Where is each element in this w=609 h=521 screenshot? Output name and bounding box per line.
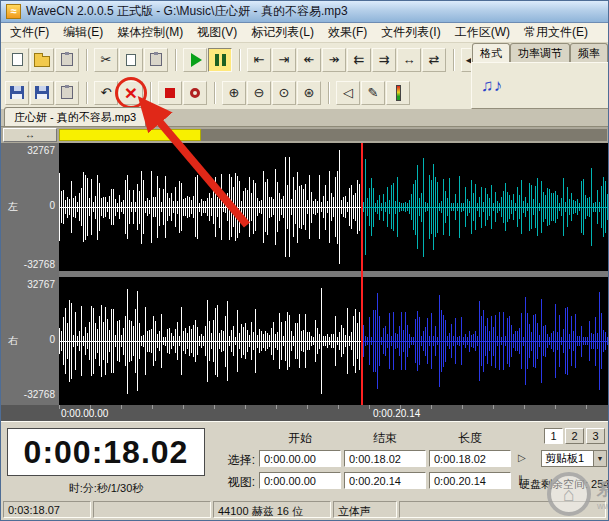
- edit-tool-icon: ✎: [368, 86, 379, 99]
- step-forward-button[interactable]: ↠: [322, 48, 346, 72]
- reopen-file-icon: [61, 53, 73, 66]
- chevron-down-icon[interactable]: ▼: [593, 451, 606, 466]
- format-panel-tabs: 格式功率调节频率: [471, 43, 609, 62]
- pause-icon: [215, 54, 226, 66]
- swap-view-icon: ⇄: [429, 53, 440, 66]
- preset-button-1[interactable]: 1: [544, 428, 563, 444]
- panel-tab-power[interactable]: 功率调节: [510, 43, 570, 62]
- scale-max-left: 32767: [27, 145, 55, 156]
- paste-to-new-button[interactable]: [55, 81, 79, 105]
- file-tab-bar: 庄心妍 - 真的不容易.mp3: [1, 109, 608, 127]
- monitor-volume-button[interactable]: ◀): [461, 48, 471, 72]
- toolbar-separator: [328, 82, 330, 104]
- clipboard-selector[interactable]: 剪贴板1 ▼: [541, 450, 607, 467]
- time-format-label[interactable]: 时:分:秒/1/30秒: [7, 481, 205, 496]
- app-icon: ≈: [6, 4, 21, 19]
- play-icon: [191, 53, 202, 67]
- panel-tab-frequency[interactable]: 频率: [570, 43, 608, 62]
- scale-zero-right: 0: [49, 334, 55, 345]
- status-info: [93, 501, 211, 518]
- preset-button-2[interactable]: 2: [565, 428, 584, 444]
- scale-min-right: -32768: [24, 389, 55, 400]
- menu-item-media-control[interactable]: 媒体控制(M): [110, 22, 190, 43]
- ruler-label-0: 0:00.00.00: [61, 408, 108, 419]
- menu-item-file-list[interactable]: 文件列表(I): [374, 22, 447, 43]
- pause-button[interactable]: [208, 48, 232, 72]
- paste-to-new-icon: [61, 86, 73, 99]
- channel-divider: [59, 271, 609, 277]
- zoom-to-selection-button[interactable]: ↔: [397, 48, 421, 72]
- menu-item-common-files[interactable]: 常用文件(E): [517, 22, 595, 43]
- swap-view-button[interactable]: ⇄: [422, 48, 446, 72]
- undo-button[interactable]: ↶: [94, 81, 118, 105]
- selection-start-field[interactable]: 0:00.00.00: [259, 450, 341, 467]
- cut-button[interactable]: ✂: [94, 48, 118, 72]
- reopen-file-button[interactable]: [55, 48, 79, 72]
- open-file-button[interactable]: [30, 48, 54, 72]
- copy-button[interactable]: [119, 48, 143, 72]
- disk-space-label: 硬盘剩余空间: 25420: [519, 477, 609, 492]
- music-notes-icon: ♫♪: [481, 76, 502, 96]
- goto-end-button[interactable]: ⇥: [272, 48, 296, 72]
- view-end-field[interactable]: 0:00.20.14: [344, 472, 426, 489]
- title-bar[interactable]: ≈ WaveCN 2.0.0.5 正式版 - G:\Music\庄心妍 - 真的…: [1, 1, 608, 23]
- column-header-1: 结束: [344, 430, 426, 447]
- zoom-in-button[interactable]: ⊕: [222, 81, 246, 105]
- level-meter-icon: [396, 85, 401, 101]
- zoom-full-button[interactable]: ⊙: [272, 81, 296, 105]
- mute-button[interactable]: ◁: [336, 81, 360, 105]
- play-button[interactable]: [183, 48, 207, 72]
- status-channel-mode: 立体声: [333, 501, 397, 518]
- goto-start-button[interactable]: ⇤: [247, 48, 271, 72]
- left-channel-label: 左: [8, 200, 18, 214]
- view-row-label: 视图:: [215, 474, 255, 491]
- step-forward-icon: ↠: [329, 53, 340, 66]
- toolbar-separator: [86, 49, 88, 71]
- menu-item-workspace[interactable]: 工作区(W): [448, 22, 517, 43]
- waveform-canvas[interactable]: [59, 143, 609, 405]
- menu-item-file[interactable]: 文件(F): [3, 22, 56, 43]
- paste-icon: [150, 53, 162, 66]
- panel-tab-format[interactable]: 格式: [472, 43, 510, 62]
- time-ruler[interactable]: 0:00.00.000:00.20.14: [1, 405, 608, 421]
- record-button[interactable]: [183, 81, 207, 105]
- zoom-vertical-icon: ⊛: [304, 86, 315, 99]
- status-total-time: 0:03:18.07: [3, 501, 91, 518]
- new-file-button[interactable]: [5, 48, 29, 72]
- delete-selection-button[interactable]: ×: [119, 81, 143, 105]
- toolbar-row-1: ✂⇤⇥↞↠⇇⇉↔⇄◀)?: [1, 43, 471, 76]
- selection-row-label: 选择:: [215, 452, 255, 469]
- selection-length-field[interactable]: 0:00.18.02: [429, 450, 511, 467]
- selection-end-field[interactable]: 0:00.18.02: [344, 450, 426, 467]
- menu-item-view[interactable]: 视图(V): [190, 22, 244, 43]
- format-panel-body: ♫♪: [471, 62, 609, 109]
- ruler-label-1: 0:00.20.14: [373, 408, 420, 419]
- overview-button[interactable]: ↔: [3, 128, 57, 142]
- preset-button-3[interactable]: 3: [586, 428, 605, 444]
- menu-item-marker-list[interactable]: 标记列表(L): [244, 22, 321, 43]
- select-to-end-button[interactable]: ⇉: [372, 48, 396, 72]
- edit-tool-button[interactable]: ✎: [361, 81, 385, 105]
- zoom-vertical-button[interactable]: ⊛: [297, 81, 321, 105]
- level-meter-button[interactable]: [386, 81, 410, 105]
- stop-button[interactable]: [158, 81, 182, 105]
- save-as-button[interactable]: [30, 81, 54, 105]
- view-length-field[interactable]: 0:00.20.14: [429, 472, 511, 489]
- paste-button[interactable]: [144, 48, 168, 72]
- menu-item-effects[interactable]: 效果(F): [321, 22, 374, 43]
- overview-track[interactable]: [59, 129, 607, 141]
- save-as-icon: [35, 86, 49, 99]
- current-time-display: 0:00:18.02: [7, 428, 205, 476]
- zoom-full-icon: ⊙: [279, 86, 290, 99]
- menu-item-edit[interactable]: 编辑(E): [56, 22, 110, 43]
- file-tab-file-1[interactable]: 庄心妍 - 真的不容易.mp3: [4, 107, 146, 126]
- menu-bar: 文件(F)编辑(E)媒体控制(M)视图(V)标记列表(L)效果(F)文件列表(I…: [1, 23, 608, 43]
- overview-thumb[interactable]: [59, 129, 201, 141]
- select-to-start-button[interactable]: ⇇: [347, 48, 371, 72]
- zoom-in-icon: ⊕: [229, 86, 240, 99]
- save-button[interactable]: [5, 81, 29, 105]
- play-indicator-icon[interactable]: ▷: [518, 452, 526, 463]
- zoom-out-button[interactable]: ⊖: [247, 81, 271, 105]
- view-start-field[interactable]: 0:00.00.00: [259, 472, 341, 489]
- step-back-button[interactable]: ↞: [297, 48, 321, 72]
